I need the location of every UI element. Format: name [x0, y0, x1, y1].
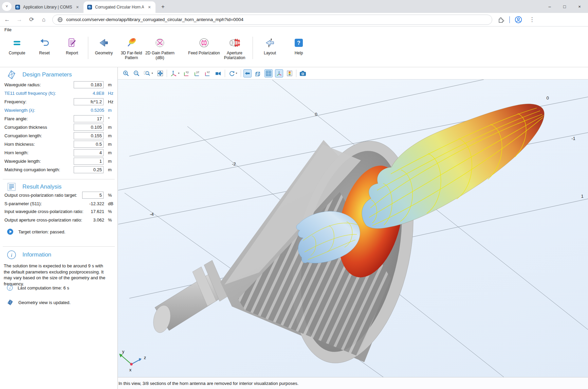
- tab-application-library[interactable]: Application Library | COMSOL S ×: [12, 1, 84, 13]
- feed-polarization-button[interactable]: Feed Polarization: [188, 36, 220, 55]
- flare-angle-input[interactable]: [74, 115, 104, 122]
- layout-button[interactable]: Layout: [254, 36, 286, 55]
- gain-pattern-2d-button[interactable]: 2D Gain Pattern (dBi): [144, 36, 176, 60]
- cross-polarization-target-input[interactable]: [82, 192, 104, 199]
- triad-y-label: y: [122, 349, 125, 354]
- go-to-default-3d-view-icon[interactable]: ▾: [169, 69, 180, 77]
- waveguide-length-input[interactable]: [74, 158, 104, 165]
- param-label: Frequency:: [4, 99, 26, 104]
- snapshot-icon[interactable]: [299, 69, 307, 77]
- axis-tick-label: -1: [571, 136, 575, 141]
- close-window-button[interactable]: ×: [576, 4, 583, 9]
- param-unit: m: [108, 133, 112, 138]
- zoom-out-icon[interactable]: [132, 69, 141, 77]
- minimize-button[interactable]: –: [547, 4, 553, 9]
- tab-close-icon[interactable]: ×: [75, 4, 80, 10]
- rotate-view-icon[interactable]: ▾: [227, 69, 238, 77]
- transparency-icon[interactable]: [254, 69, 262, 77]
- status-text: Last computation time: 6 s: [18, 285, 69, 290]
- param-value: 3.062: [93, 217, 104, 223]
- zoom-extents-icon[interactable]: [156, 69, 164, 77]
- geometry-diamond-small-icon: [7, 299, 14, 306]
- aperture-polarization-button[interactable]: Aperture Polarization: [218, 36, 251, 60]
- param-unit: °: [108, 116, 110, 121]
- param-row: Output aperture cross-polarization ratio…: [0, 216, 117, 225]
- back-button[interactable]: ←: [2, 15, 12, 25]
- zoom-in-icon[interactable]: [122, 69, 130, 77]
- matching-corrugation-length-input[interactable]: [74, 166, 104, 173]
- profile-icon[interactable]: [515, 16, 522, 23]
- tab-corrugated-horn[interactable]: Corrugated Circular Horn Anten ×: [84, 1, 155, 13]
- forward-button[interactable]: →: [14, 15, 24, 25]
- scene-projection-icon[interactable]: [214, 69, 222, 77]
- show-grid-toggle[interactable]: [264, 69, 273, 77]
- address-bar[interactable]: comsol.com/server-demo/app/library_corru…: [52, 15, 492, 25]
- site-globe-icon: [57, 17, 63, 22]
- axes-icon: [276, 70, 282, 77]
- last-computation-status: i Last computation time: 6 s: [7, 285, 69, 291]
- view-yz-icon[interactable]: yz: [193, 69, 201, 77]
- param-value: 0.5205: [91, 108, 104, 113]
- svg-text:yz: yz: [196, 70, 200, 74]
- maximize-button[interactable]: □: [562, 4, 568, 9]
- geometry-updated-status: Geometry view is updated.: [7, 299, 71, 306]
- far-field-3d-button[interactable]: 3D Far-field Pattern: [115, 36, 148, 60]
- corrugation-thickness-input[interactable]: [74, 124, 104, 131]
- param-label: S-parameter (S11):: [4, 201, 42, 206]
- file-menu[interactable]: File: [4, 27, 12, 32]
- help-button[interactable]: ? Help: [282, 36, 315, 55]
- waveguide-radius-input[interactable]: [74, 81, 104, 88]
- param-label: Corrugation thickness: [4, 125, 47, 130]
- browser-menu-icon[interactable]: ⋮: [527, 15, 537, 25]
- design-parameters-header: Design Parameters: [7, 70, 72, 79]
- param-label: Horn thickness:: [4, 142, 35, 147]
- view-xy-icon[interactable]: xy: [183, 69, 191, 77]
- information-paragraph: The solution time is expected to be arou…: [4, 263, 110, 287]
- graphics-toolbar-separator: [296, 70, 296, 77]
- param-label: Input waveguide cross-polarization ratio…: [4, 209, 84, 214]
- section-title: Design Parameters: [22, 71, 72, 78]
- new-tab-button[interactable]: +: [158, 2, 168, 12]
- corrugation-length-input[interactable]: [74, 132, 104, 139]
- param-label: Output cross-polarization ratio target:: [4, 193, 77, 198]
- triad-x-label: x: [129, 367, 132, 372]
- reload-button[interactable]: ⟳: [26, 15, 37, 25]
- 3d-view-canvas[interactable]: 0 -2 -4 0 -1 1 y z x: [118, 79, 588, 377]
- navbar-right: ⋮: [498, 15, 537, 25]
- window-controls: – □ ×: [547, 0, 586, 13]
- section-title: Information: [22, 251, 51, 258]
- param-label: Corrugation length:: [4, 133, 42, 138]
- graphics-toolbar: ▾ ▾ xy yz xz ▾: [118, 67, 588, 79]
- show-color-legend-toggle[interactable]: [286, 69, 294, 77]
- horn-length-input[interactable]: [74, 149, 104, 156]
- extensions-icon[interactable]: [498, 16, 504, 23]
- show-axes-toggle[interactable]: [275, 69, 283, 77]
- section-divider: [3, 246, 115, 247]
- report-button[interactable]: Report: [56, 36, 88, 55]
- view-caption-row: In this view, 3/8 sections of the horn a…: [118, 377, 588, 389]
- graphics-toolbar-separator: [225, 70, 225, 77]
- view-caption: In this view, 3/8 sections of the horn a…: [118, 381, 298, 386]
- view-xz-icon[interactable]: xz: [204, 69, 212, 77]
- tab-title: Corrugated Circular Horn Anten: [95, 5, 144, 10]
- svg-text:i: i: [11, 252, 12, 258]
- param-row: Wavelength (λ): 0.5205 m: [0, 106, 117, 115]
- param-row: Flare angle: °: [0, 115, 117, 123]
- tab-close-icon[interactable]: ×: [147, 4, 152, 10]
- param-value: 4.8E8: [93, 91, 104, 96]
- horn-thickness-input[interactable]: [74, 141, 104, 148]
- frequency-input[interactable]: [74, 98, 104, 105]
- home-button[interactable]: ⌂: [39, 15, 49, 25]
- geometry-diamond-icon: [7, 70, 16, 79]
- browser-navbar: ← → ⟳ ⌂ comsol.com/server-demo/app/libra…: [0, 13, 588, 26]
- param-unit: %: [108, 193, 112, 198]
- section-title: Result Analysis: [22, 183, 61, 190]
- toolbar-separator: [253, 37, 253, 59]
- tab-search-button[interactable]: ˅: [2, 2, 12, 11]
- browser-window: ˅ Application Library | COMSOL S × Corru…: [0, 0, 588, 389]
- axis-tick-label: 0: [315, 112, 317, 117]
- zoom-box-icon[interactable]: ▾: [143, 69, 154, 77]
- orientation-triad: [119, 354, 142, 366]
- axis-tick-label: -4: [150, 212, 154, 217]
- show-geometry-toggle[interactable]: [243, 69, 252, 77]
